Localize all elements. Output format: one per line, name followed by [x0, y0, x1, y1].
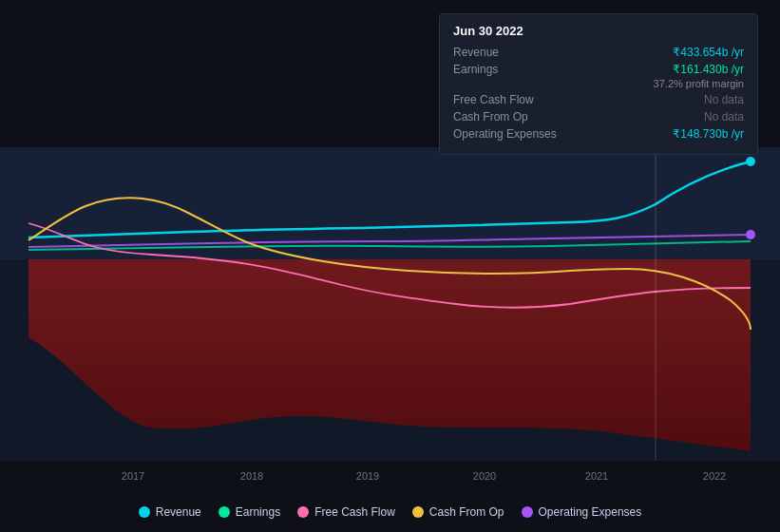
legend-label-cashfromop: Cash From Op: [429, 505, 504, 519]
legend-label-revenue: Revenue: [156, 505, 201, 519]
legend-item-opex[interactable]: Operating Expenses: [522, 505, 642, 519]
legend-label-opex: Operating Expenses: [539, 505, 642, 519]
tooltip-label-earnings: Earnings: [453, 63, 567, 76]
tooltip-row-revenue: Revenue ₹433.654b /yr: [453, 46, 744, 59]
tooltip-label-fcf: Free Cash Flow: [453, 93, 567, 106]
tooltip-value-cashfromop: No data: [704, 110, 744, 124]
legend-dot-revenue: [139, 506, 150, 518]
chart-container: Jun 30 2022 Revenue ₹433.654b /yr Earnin…: [0, 0, 780, 532]
x-label-2022: 2022: [703, 470, 726, 482]
tooltip-row-earnings: Earnings ₹161.430b /yr 37.2% profit marg…: [453, 63, 744, 89]
svg-point-6: [746, 230, 755, 239]
legend-item-fcf[interactable]: Free Cash Flow: [297, 505, 395, 519]
tooltip-label-cashfromop: Cash From Op: [453, 110, 567, 124]
legend-label-earnings: Earnings: [236, 505, 280, 519]
tooltip-box: Jun 30 2022 Revenue ₹433.654b /yr Earnin…: [439, 13, 758, 155]
legend-dot-opex: [522, 506, 533, 518]
tooltip-row-opex: Operating Expenses ₹148.730b /yr: [453, 127, 744, 141]
legend-label-fcf: Free Cash Flow: [314, 505, 395, 519]
svg-point-5: [746, 157, 755, 166]
tooltip-row-cashfromop: Cash From Op No data: [453, 110, 744, 124]
legend-dot-cashfromop: [412, 506, 424, 518]
tooltip-value-revenue: ₹433.654b /yr: [673, 46, 744, 59]
x-label-2021: 2021: [585, 470, 608, 482]
x-label-2017: 2017: [122, 470, 144, 482]
legend-dot-fcf: [297, 506, 309, 518]
tooltip-value-fcf: No data: [704, 93, 744, 106]
tooltip-label-opex: Operating Expenses: [453, 127, 567, 141]
legend-item-cashfromop[interactable]: Cash From Op: [412, 505, 504, 519]
legend-dot-earnings: [219, 506, 230, 518]
tooltip-label-revenue: Revenue: [453, 46, 567, 59]
legend: Revenue Earnings Free Cash Flow Cash Fro…: [0, 505, 780, 519]
tooltip-value-earnings: ₹161.430b /yr: [654, 63, 744, 76]
tooltip-row-fcf: Free Cash Flow No data: [453, 93, 744, 106]
x-label-2018: 2018: [240, 470, 263, 482]
chart-svg: [0, 147, 780, 461]
tooltip-date: Jun 30 2022: [453, 24, 744, 38]
legend-item-revenue[interactable]: Revenue: [139, 505, 201, 519]
x-label-2019: 2019: [356, 470, 379, 482]
x-label-2020: 2020: [473, 470, 496, 482]
tooltip-profit-margin: 37.2% profit margin: [654, 78, 744, 89]
legend-item-earnings[interactable]: Earnings: [219, 505, 280, 519]
tooltip-value-opex: ₹148.730b /yr: [673, 127, 744, 141]
